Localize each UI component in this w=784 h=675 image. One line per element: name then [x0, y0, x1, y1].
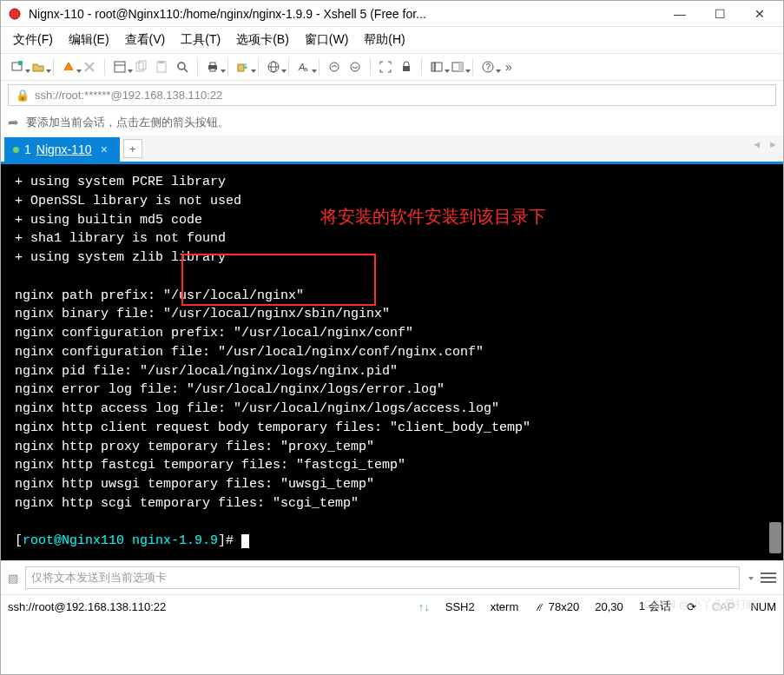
infobar-hint: 要添加当前会话，点击左侧的箭头按钮。 — [26, 115, 229, 130]
svg-rect-14 — [238, 64, 244, 71]
svg-text:a: a — [304, 65, 308, 73]
svg-rect-3 — [115, 62, 125, 72]
close-button[interactable]: ✕ — [740, 1, 780, 27]
svg-rect-8 — [159, 61, 164, 63]
lock-icon: 🔒 — [16, 89, 30, 102]
send-target-dropdown[interactable] — [747, 572, 754, 585]
toolbar-separator — [472, 58, 473, 76]
status-protocol: SSH2 — [445, 600, 475, 613]
transfer-button[interactable] — [234, 57, 253, 76]
toolbar-separator — [370, 58, 371, 76]
tab-active[interactable]: 1 Nignx-110 × — [4, 137, 120, 162]
sendbar-menu-icon[interactable] — [761, 570, 776, 586]
prompt-close: ]# — [218, 533, 241, 548]
toolbar-separator — [258, 58, 259, 76]
prompt-open: [ — [15, 533, 23, 548]
svg-rect-2 — [18, 61, 23, 65]
annotation-box — [181, 254, 376, 306]
menu-tab[interactable]: 选项卡(B) — [231, 30, 294, 50]
toolbar-separator — [197, 58, 198, 76]
swirl2-button[interactable] — [346, 57, 365, 76]
svg-point-21 — [351, 63, 359, 71]
toolbar: Aa ? » — [1, 53, 783, 81]
minimize-button[interactable]: — — [660, 1, 700, 27]
tab-label: Nignx-110 — [36, 142, 92, 156]
scrollbar-thumb[interactable] — [769, 522, 781, 553]
address-text: ssh://root:******@192.168.138.110:22 — [35, 89, 222, 102]
panel1-button[interactable] — [427, 57, 446, 76]
titlebar: Nignx-110 - root@Nginx110:/home/nginx/ng… — [1, 1, 783, 27]
menu-help[interactable]: 帮助(H) — [359, 30, 410, 50]
annotation-text: 将安装的软件安装到该目录下 — [320, 204, 546, 229]
addressbar: 🔒 ssh://root:******@192.168.138.110:22 — [1, 81, 783, 109]
menu-edit[interactable]: 编辑(E) — [63, 30, 115, 50]
svg-rect-23 — [432, 63, 435, 71]
disconnect-button[interactable] — [80, 57, 99, 76]
menu-tools[interactable]: 工具(T) — [175, 30, 226, 50]
toolbar-separator — [53, 58, 54, 76]
new-session-button[interactable] — [8, 57, 27, 76]
tab-prev-icon[interactable]: ◄ — [752, 139, 761, 149]
svg-line-10 — [184, 69, 188, 72]
paste-button[interactable] — [152, 57, 171, 76]
window-controls: — ☐ ✕ — [660, 1, 780, 27]
status-size: ⫽ 78x20 — [534, 600, 579, 613]
toolbar-separator — [319, 58, 320, 76]
svg-rect-24 — [435, 63, 442, 71]
find-button[interactable] — [173, 57, 192, 76]
send-input[interactable]: 仅将文本发送到当前选项卡 — [25, 566, 740, 589]
menu-window[interactable]: 窗口(W) — [300, 30, 354, 50]
toolbar-overflow-button[interactable]: » — [499, 57, 518, 76]
menubar: 文件(F) 编辑(E) 查看(V) 工具(T) 选项卡(B) 窗口(W) 帮助(… — [1, 27, 783, 53]
svg-point-9 — [178, 63, 185, 69]
svg-rect-13 — [210, 69, 215, 71]
terminal[interactable]: + using system PCRE library + OpenSSL li… — [1, 164, 783, 560]
sendbar: ▧ 仅将文本发送到当前选项卡 — [1, 560, 783, 594]
maximize-button[interactable]: ☐ — [700, 1, 740, 27]
toolbar-separator — [227, 58, 228, 76]
open-button[interactable] — [29, 57, 48, 76]
toolbar-separator — [288, 58, 289, 76]
window-title: Nignx-110 - root@Nginx110:/home/nginx/ng… — [25, 7, 660, 21]
svg-point-20 — [330, 63, 339, 71]
reconnect-button[interactable] — [59, 57, 78, 76]
copy-button[interactable] — [131, 57, 150, 76]
status-term: xterm — [491, 600, 519, 613]
font-button[interactable]: Aa — [294, 57, 313, 76]
add-session-arrow-icon[interactable]: ➦ — [8, 115, 19, 130]
address-input[interactable]: 🔒 ssh://root:******@192.168.138.110:22 — [8, 84, 776, 106]
web-button[interactable] — [264, 57, 283, 76]
svg-point-0 — [10, 9, 20, 19]
infobar: ➦ 要添加当前会话，点击左侧的箭头按钮。 — [1, 109, 783, 136]
prompt-sep — [124, 533, 132, 548]
print-button[interactable] — [203, 57, 222, 76]
help-button[interactable]: ? — [478, 57, 497, 76]
tab-close-icon[interactable]: × — [101, 142, 108, 156]
tab-next-icon[interactable]: ► — [768, 139, 778, 149]
svg-rect-26 — [458, 63, 463, 71]
status-net-icon: ↑↓ — [418, 600, 430, 613]
swirl1-button[interactable] — [325, 57, 344, 76]
panel2-button[interactable] — [448, 57, 467, 76]
connection-status-icon — [13, 147, 19, 153]
tab-index: 1 — [24, 142, 31, 156]
terminal-cursor — [241, 534, 249, 548]
lock-button[interactable] — [397, 57, 416, 76]
svg-text:?: ? — [486, 63, 491, 72]
menu-view[interactable]: 查看(V) — [120, 30, 171, 50]
svg-rect-22 — [403, 66, 410, 71]
tabbar: 1 Nignx-110 × + ◄ ► — [1, 136, 783, 164]
status-connection: ssh://root@192.168.138.110:22 — [8, 600, 166, 613]
menu-file[interactable]: 文件(F) — [8, 30, 58, 50]
toolbar-separator — [421, 58, 422, 76]
properties-button[interactable] — [110, 57, 129, 76]
prompt-user: root@Nginx110 — [23, 533, 124, 548]
toolbar-separator — [104, 58, 105, 76]
add-tab-button[interactable]: + — [123, 139, 142, 158]
watermark: CSDN @小丫头爱打盹 — [643, 597, 758, 612]
app-icon — [8, 7, 22, 21]
prompt-dir: nginx-1.9.9 — [132, 533, 218, 548]
tab-nav: ◄ ► — [752, 139, 778, 149]
fullscreen-button[interactable] — [376, 57, 395, 76]
status-cursor: 20,30 — [595, 600, 623, 613]
